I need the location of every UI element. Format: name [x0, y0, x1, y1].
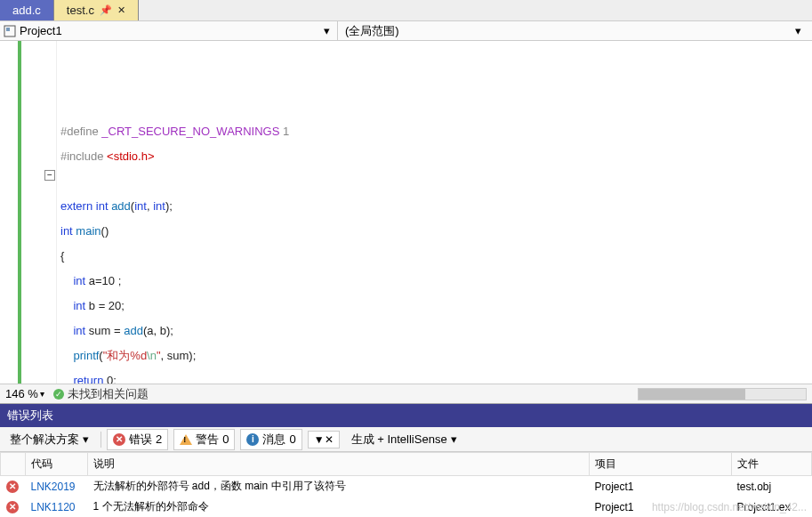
- error-file: test.obj: [732, 476, 812, 497]
- tab-add-c[interactable]: add.c: [0, 0, 54, 20]
- project-icon: [4, 25, 16, 37]
- chevron-down-icon[interactable]: ▾: [40, 389, 44, 399]
- build-source-dropdown[interactable]: 生成 + IntelliSense ▾: [345, 429, 463, 450]
- tab-label: add.c: [12, 4, 41, 17]
- horizontal-scrollbar[interactable]: [638, 388, 807, 400]
- svg-rect-1: [6, 28, 10, 31]
- editor-gutter: [0, 41, 57, 384]
- scope-selector[interactable]: (全局范围) ▾: [338, 21, 812, 40]
- editor-status-bar: 146 % ▾ ✓ 未找到相关问题: [0, 384, 812, 403]
- error-project: Project1: [590, 476, 732, 497]
- clear-filter-button[interactable]: ▼✕: [308, 431, 340, 448]
- errors-filter[interactable]: ✕ 错误 2: [107, 429, 168, 450]
- separator: [100, 432, 101, 448]
- error-desc: 1 个无法解析的外部命令: [88, 497, 590, 517]
- scope-dropdown[interactable]: 整个解决方案 ▾: [4, 429, 95, 450]
- chevron-down-icon[interactable]: ▾: [319, 24, 334, 37]
- col-icon[interactable]: [1, 453, 26, 476]
- zoom-value: 146 %: [5, 387, 38, 400]
- scope-text: 整个解决方案: [10, 432, 79, 448]
- col-code[interactable]: 代码: [26, 453, 88, 476]
- scrollbar-thumb[interactable]: [639, 389, 745, 400]
- error-list-toolbar: 整个解决方案 ▾ ✕ 错误 2 警告 0 i 消息 0 ▼✕ 生成 + Inte…: [0, 427, 812, 452]
- warning-icon: [180, 434, 192, 445]
- col-file[interactable]: 文件: [732, 453, 812, 476]
- warnings-filter[interactable]: 警告 0: [173, 429, 235, 450]
- project-name: Project1: [20, 24, 62, 37]
- scope-label: (全局范围): [345, 23, 399, 39]
- info-icon: i: [246, 433, 259, 446]
- col-desc[interactable]: 说明: [88, 453, 590, 476]
- errors-count: 2: [156, 432, 162, 446]
- error-table: 代码 说明 项目 文件 ✕LNK2019无法解析的外部符号 add，函数 mai…: [0, 452, 812, 517]
- error-project: Project1: [590, 497, 732, 517]
- warnings-count: 0: [222, 432, 229, 446]
- errors-label: 错误: [129, 432, 152, 448]
- chevron-down-icon[interactable]: ▾: [791, 24, 805, 37]
- project-selector[interactable]: Project1 ▾: [0, 21, 338, 40]
- error-list-title[interactable]: 错误列表: [0, 403, 812, 427]
- tab-test-c[interactable]: test.c 📌 ✕: [54, 0, 139, 20]
- filter-clear-icon: ▼✕: [314, 433, 334, 446]
- messages-label: 消息: [262, 432, 285, 448]
- close-icon[interactable]: ✕: [117, 4, 125, 16]
- error-desc: 无法解析的外部符号 add，函数 main 中引用了该符号: [88, 476, 590, 497]
- error-icon: ✕: [6, 501, 19, 513]
- file-tabs: add.c test.c 📌 ✕: [0, 0, 812, 21]
- check-icon: ✓: [53, 389, 64, 400]
- tab-label: test.c: [67, 4, 94, 17]
- col-project[interactable]: 项目: [590, 453, 732, 476]
- build-source-text: 生成 + IntelliSense: [351, 432, 447, 448]
- messages-filter[interactable]: i 消息 0: [240, 429, 301, 450]
- error-code[interactable]: LNK1120: [26, 497, 88, 517]
- change-marker: [18, 41, 21, 384]
- warnings-label: 警告: [196, 432, 219, 448]
- code-content[interactable]: − #define _CRT_SECURE_NO_WARNINGS 1#incl…: [57, 41, 812, 384]
- messages-count: 0: [289, 432, 295, 446]
- chevron-down-icon: ▾: [83, 432, 89, 446]
- chevron-down-icon: ▾: [451, 432, 457, 446]
- issues-text: 未找到相关问题: [68, 386, 149, 402]
- table-row[interactable]: ✕LNK2019无法解析的外部符号 add，函数 main 中引用了该符号Pro…: [1, 476, 812, 497]
- error-icon: ✕: [6, 481, 19, 493]
- issues-status[interactable]: ✓ 未找到相关问题: [53, 386, 149, 402]
- code-editor[interactable]: − #define _CRT_SECURE_NO_WARNINGS 1#incl…: [0, 41, 812, 384]
- error-code[interactable]: LNK2019: [26, 476, 88, 497]
- error-icon: ✕: [113, 433, 125, 446]
- table-row[interactable]: ✕LNK11201 个无法解析的外部命令Project1Project1.ex: [1, 497, 812, 517]
- zoom-selector[interactable]: 146 % ▾: [5, 387, 44, 400]
- navigation-bar: Project1 ▾ (全局范围) ▾: [0, 21, 812, 41]
- fold-toggle-icon[interactable]: −: [44, 170, 55, 181]
- error-file: Project1.ex: [732, 497, 812, 517]
- pin-icon[interactable]: 📌: [100, 4, 112, 16]
